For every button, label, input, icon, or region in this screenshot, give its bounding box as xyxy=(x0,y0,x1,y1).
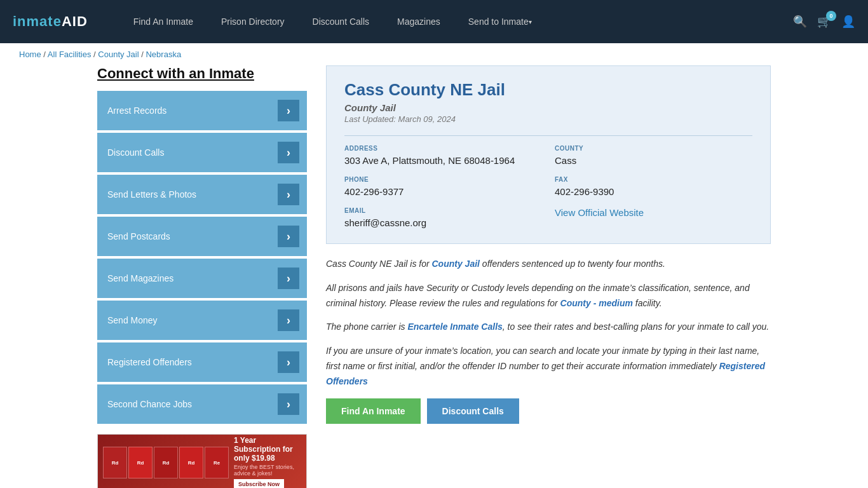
ad-magazine-covers: Rd Rd Rd Rd Re xyxy=(103,447,229,478)
breadcrumb-nebraska[interactable]: Nebraska xyxy=(146,50,181,59)
email-value: sheriff@cassne.org xyxy=(344,216,542,229)
county-value: Cass xyxy=(555,154,752,167)
arrow-icon-arrest: › xyxy=(278,100,299,121)
sidebar-label-registered-offenders: Registered Offenders xyxy=(107,357,192,367)
breadcrumb: Home / All Facilities / County Jail / Ne… xyxy=(0,43,868,65)
desc-county-medium-link[interactable]: County - medium xyxy=(560,298,633,308)
cta-find-inmate-button[interactable]: Find An Inmate xyxy=(326,398,421,424)
desc-p3-before: The phone carrier is xyxy=(326,322,407,332)
desc-encartele-link[interactable]: Encartele Inmate Calls xyxy=(407,322,502,332)
sidebar-item-send-postcards[interactable]: Send Postcards › xyxy=(97,217,307,256)
ad-content: Rd Rd Rd Rd Re 1 Year Subscription for o… xyxy=(98,435,306,488)
header-icons: 🔍 🛒 0 👤 xyxy=(793,15,855,29)
ad-title: 1 Year Subscription for only $19.98 xyxy=(234,436,301,463)
ad-cover-2: Rd xyxy=(128,447,153,478)
sidebar-label-send-magazines: Send Magazines xyxy=(107,273,173,283)
desc-p3-after: , to see their rates and best-calling pl… xyxy=(503,322,769,332)
desc-p1: Cass County NE Jail is for County Jail o… xyxy=(326,257,771,272)
facility-updated: Last Updated: March 09, 2024 xyxy=(344,114,752,124)
ad-subscribe-button[interactable]: Subscribe Now xyxy=(234,479,284,488)
info-phone: PHONE 402-296-9377 xyxy=(344,176,542,198)
sidebar-title: Connect with an Inmate xyxy=(97,65,307,82)
main-container: Connect with an Inmate Arrest Records › … xyxy=(85,65,783,488)
sidebar-item-registered-offenders[interactable]: Registered Offenders › xyxy=(97,342,307,382)
fax-value: 402-296-9390 xyxy=(555,185,752,198)
breadcrumb-home[interactable]: Home xyxy=(19,50,41,59)
nav-send-to-inmate[interactable]: Send to Inmate xyxy=(454,0,546,43)
info-county: COUNTY Cass xyxy=(555,145,752,167)
ad-subtitle: Enjoy the BEST stories, advice & jokes! xyxy=(234,464,301,477)
desc-p2-text: All prisons and jails have Security or C… xyxy=(326,283,750,308)
cart-icon[interactable]: 🛒 0 xyxy=(817,15,831,29)
nav-discount-calls[interactable]: Discount Calls xyxy=(299,0,383,43)
sidebar-label-second-chance: Second Chance Jobs xyxy=(107,399,192,409)
sidebar-item-send-letters[interactable]: Send Letters & Photos › xyxy=(97,175,307,214)
arrow-icon-magazines: › xyxy=(278,268,299,289)
email-label: EMAIL xyxy=(344,207,542,214)
info-website: View Official Website xyxy=(555,207,752,229)
desc-p3: The phone carrier is Encartele Inmate Ca… xyxy=(326,320,771,335)
facility-name: Cass County NE Jail xyxy=(344,80,752,100)
desc-p1-before: Cass County NE Jail is for xyxy=(326,259,432,269)
county-label: COUNTY xyxy=(555,145,752,152)
logo-text: inmateAID xyxy=(13,13,88,30)
desc-p1-after: offenders sentenced up to twenty four mo… xyxy=(480,259,665,269)
arrow-icon-money: › xyxy=(278,309,299,331)
breadcrumb-all-facilities[interactable]: All Facilities xyxy=(48,50,92,59)
sidebar-label-discount-calls: Discount Calls xyxy=(107,147,164,158)
address-value: 303 Ave A, Plattsmouth, NE 68048-1964 xyxy=(344,154,542,167)
address-label: ADDRESS xyxy=(344,145,542,152)
facility-card: Cass County NE Jail County Jail Last Upd… xyxy=(326,65,771,244)
arrow-icon-second-chance: › xyxy=(278,393,299,415)
site-logo[interactable]: inmateAID xyxy=(13,13,88,30)
sidebar: Connect with an Inmate Arrest Records › … xyxy=(97,65,307,488)
search-icon[interactable]: 🔍 xyxy=(793,15,807,29)
sidebar-label-send-postcards: Send Postcards xyxy=(107,231,170,241)
arrow-icon-letters: › xyxy=(278,184,299,205)
facility-info-grid: ADDRESS 303 Ave A, Plattsmouth, NE 68048… xyxy=(344,135,752,229)
arrow-icon-discount: › xyxy=(278,142,299,163)
sidebar-item-arrest-records[interactable]: Arrest Records › xyxy=(97,91,307,130)
sidebar-item-second-chance[interactable]: Second Chance Jobs › xyxy=(97,384,307,424)
sidebar-ad[interactable]: Rd Rd Rd Rd Re 1 Year Subscription for o… xyxy=(97,434,307,488)
fax-label: FAX xyxy=(555,176,752,183)
desc-p4-text: If you are unsure of your inmate’s locat… xyxy=(326,346,759,371)
ad-cover-1: Rd xyxy=(103,447,127,478)
arrow-icon-postcards: › xyxy=(278,226,299,247)
breadcrumb-county-jail[interactable]: County Jail xyxy=(98,50,139,59)
desc-p2-after: facility. xyxy=(633,298,662,308)
nav-magazines[interactable]: Magazines xyxy=(383,0,454,43)
cart-badge: 0 xyxy=(826,11,836,21)
facility-description: Cass County NE Jail is for County Jail o… xyxy=(326,257,771,424)
desc-p4: If you are unsure of your inmate’s locat… xyxy=(326,344,771,389)
ad-cover-4: Rd xyxy=(179,447,203,478)
main-nav: Find An Inmate Prison Directory Discount… xyxy=(119,0,774,43)
cta-buttons: Find An Inmate Discount Calls xyxy=(326,398,771,424)
info-email: EMAIL sheriff@cassne.org xyxy=(344,207,542,229)
phone-label: PHONE xyxy=(344,176,542,183)
sidebar-label-send-money: Send Money xyxy=(107,315,158,325)
arrow-icon-offenders: › xyxy=(278,351,299,373)
sidebar-label-send-letters: Send Letters & Photos xyxy=(107,189,196,200)
info-fax: FAX 402-296-9390 xyxy=(555,176,752,198)
nav-prison-directory[interactable]: Prison Directory xyxy=(207,0,299,43)
info-address: ADDRESS 303 Ave A, Plattsmouth, NE 68048… xyxy=(344,145,542,167)
ad-cover-3: Rd xyxy=(154,447,178,478)
desc-p2: All prisons and jails have Security or C… xyxy=(326,281,771,311)
ad-cover-5: Re xyxy=(205,447,229,478)
nav-find-inmate[interactable]: Find An Inmate xyxy=(119,0,207,43)
sidebar-item-discount-calls[interactable]: Discount Calls › xyxy=(97,133,307,172)
user-icon[interactable]: 👤 xyxy=(841,15,855,29)
website-link[interactable]: View Official Website xyxy=(555,207,644,218)
cta-discount-calls-button[interactable]: Discount Calls xyxy=(427,398,519,424)
sidebar-label-arrest-records: Arrest Records xyxy=(107,105,166,116)
main-content: Cass County NE Jail County Jail Last Upd… xyxy=(326,65,771,488)
sidebar-item-send-money[interactable]: Send Money › xyxy=(97,301,307,340)
sidebar-menu: Arrest Records › Discount Calls › Send L… xyxy=(97,91,307,424)
sidebar-item-send-magazines[interactable]: Send Magazines › xyxy=(97,259,307,298)
phone-value: 402-296-9377 xyxy=(344,185,542,198)
site-header: inmateAID Find An Inmate Prison Director… xyxy=(0,0,868,43)
ad-text: 1 Year Subscription for only $19.98 Enjo… xyxy=(234,436,301,488)
desc-county-jail-link[interactable]: County Jail xyxy=(432,259,480,269)
facility-type: County Jail xyxy=(344,102,752,113)
